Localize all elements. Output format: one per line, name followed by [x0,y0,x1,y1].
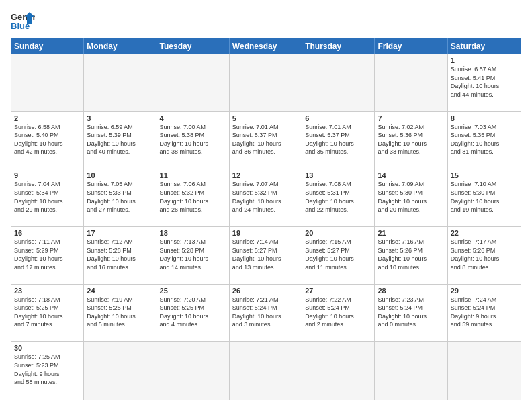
day-number: 17 [87,229,153,237]
weekday-header: Saturday [448,38,521,54]
sun-info: Sunrise: 7:23 AM Sunset: 5:24 PM Dayligh… [378,295,444,329]
calendar-cell: 23Sunrise: 7:18 AM Sunset: 5:25 PM Dayli… [11,285,84,342]
svg-text:Blue: Blue [11,21,30,31]
sun-info: Sunrise: 7:22 AM Sunset: 5:24 PM Dayligh… [305,295,371,329]
calendar-cell: 1Sunrise: 6:57 AM Sunset: 5:41 PM Daylig… [448,54,521,111]
calendar-cell: 19Sunrise: 7:14 AM Sunset: 5:27 PM Dayli… [230,227,302,284]
sun-info: Sunrise: 7:01 AM Sunset: 5:37 PM Dayligh… [232,123,299,156]
calendar-cell: 25Sunrise: 7:20 AM Sunset: 5:25 PM Dayli… [157,285,230,342]
calendar-row: 30Sunrise: 7:25 AM Sunset: 5:23 PM Dayli… [11,342,521,400]
calendar-cell: 3Sunrise: 6:59 AM Sunset: 5:39 PM Daylig… [84,112,157,169]
sun-info: Sunrise: 7:01 AM Sunset: 5:37 PM Dayligh… [305,123,371,156]
day-number: 26 [232,287,299,295]
calendar-row: 1Sunrise: 6:57 AM Sunset: 5:41 PM Daylig… [11,54,521,112]
day-number: 21 [378,229,444,237]
calendar-cell: 2Sunrise: 6:58 AM Sunset: 5:40 PM Daylig… [11,112,84,169]
calendar-cell: 20Sunrise: 7:15 AM Sunset: 5:27 PM Dayli… [302,227,375,284]
day-number: 23 [14,287,81,295]
sun-info: Sunrise: 7:21 AM Sunset: 5:24 PM Dayligh… [232,295,299,329]
calendar-row: 2Sunrise: 6:58 AM Sunset: 5:40 PM Daylig… [11,112,521,170]
day-number: 14 [378,171,444,179]
sun-info: Sunrise: 7:25 AM Sunset: 5:23 PM Dayligh… [14,353,81,386]
sun-info: Sunrise: 7:13 AM Sunset: 5:28 PM Dayligh… [160,238,226,271]
calendar-cell: 14Sunrise: 7:09 AM Sunset: 5:30 PM Dayli… [375,169,447,226]
calendar-cell: 7Sunrise: 7:02 AM Sunset: 5:36 PM Daylig… [375,112,447,169]
day-number: 20 [305,229,371,237]
weekday-header: Friday [375,38,447,54]
sun-info: Sunrise: 7:10 AM Sunset: 5:30 PM Dayligh… [451,180,518,214]
calendar-cell: 5Sunrise: 7:01 AM Sunset: 5:37 PM Daylig… [230,112,302,169]
sun-info: Sunrise: 7:17 AM Sunset: 5:26 PM Dayligh… [451,238,518,271]
calendar-cell [302,342,375,400]
day-number: 19 [232,229,299,237]
day-number: 10 [87,171,153,179]
calendar-cell: 21Sunrise: 7:16 AM Sunset: 5:26 PM Dayli… [375,227,447,284]
sun-info: Sunrise: 7:16 AM Sunset: 5:26 PM Dayligh… [378,238,444,271]
calendar: SundayMondayTuesdayWednesdayThursdayFrid… [11,38,521,400]
sun-info: Sunrise: 7:20 AM Sunset: 5:25 PM Dayligh… [160,295,226,329]
day-number: 24 [87,287,153,295]
calendar-cell: 16Sunrise: 7:11 AM Sunset: 5:29 PM Dayli… [11,227,84,284]
calendar-cell: 28Sunrise: 7:23 AM Sunset: 5:24 PM Dayli… [375,285,447,342]
calendar-cell: 4Sunrise: 7:00 AM Sunset: 5:38 PM Daylig… [157,112,230,169]
calendar-row: 23Sunrise: 7:18 AM Sunset: 5:25 PM Dayli… [11,285,521,342]
sun-info: Sunrise: 7:18 AM Sunset: 5:25 PM Dayligh… [14,295,81,329]
calendar-cell: 11Sunrise: 7:06 AM Sunset: 5:32 PM Dayli… [157,169,230,226]
day-number: 18 [160,229,226,237]
day-number: 1 [451,56,518,64]
calendar-cell: 22Sunrise: 7:17 AM Sunset: 5:26 PM Dayli… [448,227,521,284]
day-number: 11 [160,171,226,179]
weekday-header: Thursday [302,38,375,54]
calendar-cell: 15Sunrise: 7:10 AM Sunset: 5:30 PM Dayli… [448,169,521,226]
calendar-cell [11,54,84,111]
calendar-cell: 27Sunrise: 7:22 AM Sunset: 5:24 PM Dayli… [302,285,375,342]
calendar-cell: 9Sunrise: 7:04 AM Sunset: 5:34 PM Daylig… [11,169,84,226]
day-number: 6 [305,114,371,122]
sun-info: Sunrise: 7:04 AM Sunset: 5:34 PM Dayligh… [14,180,81,214]
calendar-row: 9Sunrise: 7:04 AM Sunset: 5:34 PM Daylig… [11,169,521,227]
day-number: 27 [305,287,371,295]
calendar-cell: 17Sunrise: 7:12 AM Sunset: 5:28 PM Dayli… [84,227,157,284]
day-number: 25 [160,287,226,295]
day-number: 13 [305,171,371,179]
calendar-body: 1Sunrise: 6:57 AM Sunset: 5:41 PM Daylig… [11,54,521,400]
calendar-cell [157,342,230,400]
calendar-row: 16Sunrise: 7:11 AM Sunset: 5:29 PM Dayli… [11,227,521,285]
day-number: 8 [451,114,518,122]
calendar-cell: 10Sunrise: 7:05 AM Sunset: 5:33 PM Dayli… [84,169,157,226]
weekday-header: Monday [84,38,157,54]
calendar-header: SundayMondayTuesdayWednesdayThursdayFrid… [11,38,521,54]
day-number: 4 [160,114,226,122]
weekday-header: Wednesday [230,38,302,54]
calendar-cell [84,342,157,400]
sun-info: Sunrise: 7:02 AM Sunset: 5:36 PM Dayligh… [378,123,444,156]
sun-info: Sunrise: 7:03 AM Sunset: 5:35 PM Dayligh… [451,123,518,156]
calendar-cell [375,54,447,111]
sun-info: Sunrise: 6:57 AM Sunset: 5:41 PM Dayligh… [451,65,518,99]
sun-info: Sunrise: 7:07 AM Sunset: 5:32 PM Dayligh… [232,180,299,214]
calendar-cell [448,342,521,400]
day-number: 9 [14,171,81,179]
day-number: 22 [451,229,518,237]
day-number: 5 [232,114,299,122]
sun-info: Sunrise: 7:19 AM Sunset: 5:25 PM Dayligh… [87,295,153,329]
calendar-cell: 13Sunrise: 7:08 AM Sunset: 5:31 PM Dayli… [302,169,375,226]
sun-info: Sunrise: 7:24 AM Sunset: 5:24 PM Dayligh… [451,295,518,329]
calendar-cell: 8Sunrise: 7:03 AM Sunset: 5:35 PM Daylig… [448,112,521,169]
day-number: 2 [14,114,81,122]
calendar-cell: 24Sunrise: 7:19 AM Sunset: 5:25 PM Dayli… [84,285,157,342]
sun-info: Sunrise: 7:11 AM Sunset: 5:29 PM Dayligh… [14,238,81,271]
page-header: General Blue [11,11,521,31]
logo-icon: General Blue [11,11,35,31]
sun-info: Sunrise: 7:08 AM Sunset: 5:31 PM Dayligh… [305,180,371,214]
calendar-cell [230,54,302,111]
day-number: 28 [378,287,444,295]
sun-info: Sunrise: 7:06 AM Sunset: 5:32 PM Dayligh… [160,180,226,214]
sun-info: Sunrise: 7:15 AM Sunset: 5:27 PM Dayligh… [305,238,371,271]
calendar-cell [157,54,230,111]
weekday-header: Tuesday [157,38,230,54]
calendar-cell: 30Sunrise: 7:25 AM Sunset: 5:23 PM Dayli… [11,342,84,400]
sun-info: Sunrise: 6:59 AM Sunset: 5:39 PM Dayligh… [87,123,153,156]
day-number: 3 [87,114,153,122]
sun-info: Sunrise: 7:00 AM Sunset: 5:38 PM Dayligh… [160,123,226,156]
